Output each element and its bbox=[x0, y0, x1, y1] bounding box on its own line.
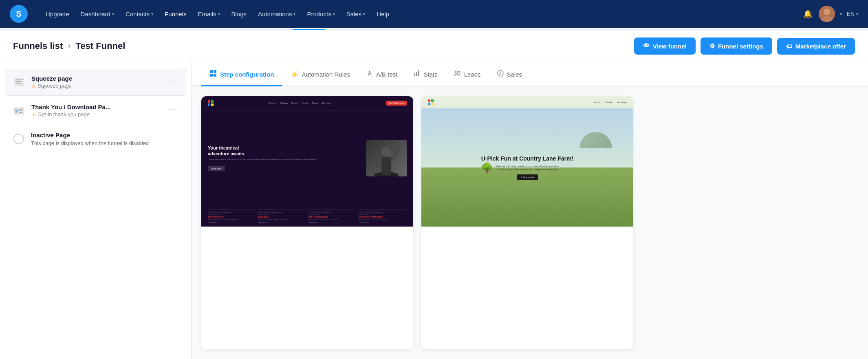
nav-item-help[interactable]: Help bbox=[372, 7, 394, 21]
svg-rect-4 bbox=[15, 79, 23, 80]
svg-point-19 bbox=[455, 71, 458, 73]
tab-sales[interactable]: $ Sales bbox=[489, 63, 531, 86]
breadcrumb-link-funnels[interactable]: Funnels list bbox=[13, 41, 63, 51]
tab-leads[interactable]: Leads bbox=[446, 63, 489, 86]
squeeze-page-menu-button[interactable]: ··· bbox=[167, 75, 179, 87]
page-header: Funnels list › Test Funnel 👁 View funnel… bbox=[0, 30, 868, 62]
svg-rect-14 bbox=[210, 74, 213, 77]
theater-show-3: Location: Berritz Main Auditorium Genre:… bbox=[308, 209, 357, 223]
warning-icon: ⚠ bbox=[31, 83, 36, 89]
farm-template-content: About Contact Activities bbox=[421, 96, 633, 227]
theater-hero: Your theatricaladventure awaits Leave th… bbox=[201, 110, 413, 206]
tab-step-configuration[interactable]: Step configuration bbox=[201, 62, 282, 86]
theater-desc: Leave the screens behind and connect wit… bbox=[208, 158, 361, 161]
view-funnel-button[interactable]: 👁 View funnel bbox=[634, 37, 696, 55]
nav-item-automations[interactable]: Automations ▾ bbox=[253, 7, 300, 21]
nav-underline-bar bbox=[0, 28, 868, 30]
nav-item-funnels[interactable]: Funnels bbox=[160, 7, 191, 21]
sidebar-item-inactive-page[interactable]: Inactive Page This page is displayed whe… bbox=[5, 126, 186, 152]
farm-cta-button[interactable]: Book your visit bbox=[517, 174, 538, 180]
squeeze-page-subtitle: ⚠ Squeeze page bbox=[31, 83, 167, 89]
nav-item-emails[interactable]: Emails ▾ bbox=[193, 7, 225, 21]
top-navigation: S Upgrade Dashboard ▾ Contacts ▾ Funnels… bbox=[0, 0, 868, 28]
farm-title: U-Pick Fun at Country Lane Farm! bbox=[481, 155, 573, 162]
squeeze-page-icon bbox=[12, 75, 26, 90]
step-config-icon bbox=[209, 70, 217, 79]
app-logo[interactable]: S bbox=[10, 5, 28, 23]
svg-line-26 bbox=[391, 151, 399, 160]
chevron-down-icon[interactable]: ▾ bbox=[840, 12, 842, 16]
svg-rect-10 bbox=[19, 110, 22, 111]
svg-rect-17 bbox=[416, 72, 417, 76]
sidebar-pages: Squeeze page ⚠ Squeeze page ··· bbox=[0, 62, 191, 359]
nav-item-blogs[interactable]: Blogs bbox=[227, 7, 252, 21]
thankyou-page-subtitle: ⚠ Opt-in thank you page bbox=[31, 111, 167, 117]
theater-logo bbox=[208, 100, 214, 106]
farm-logo bbox=[428, 99, 434, 105]
header-actions: 👁 View funnel ⚙ Funnel settings 🏷 Market… bbox=[634, 37, 855, 55]
sidebar-item-thankyou-page[interactable]: Thank You / Download Pa... ⚠ Opt-in than… bbox=[5, 97, 186, 124]
svg-rect-16 bbox=[414, 73, 415, 76]
squeeze-page-content: Squeeze page ⚠ Squeeze page bbox=[31, 75, 167, 89]
tab-stats[interactable]: Stats bbox=[405, 63, 445, 86]
notification-bell-icon[interactable]: 🔔 bbox=[802, 8, 814, 20]
tabs-bar: Step configuration ⚡ Automation Rules A/… bbox=[192, 62, 868, 86]
sales-icon: $ bbox=[497, 70, 504, 78]
theater-shows: Location: Berritz Main Auditorium Genre:… bbox=[201, 206, 413, 227]
svg-point-25 bbox=[381, 147, 391, 157]
chevron-down-icon: ▾ bbox=[333, 12, 335, 16]
nav-item-upgrade[interactable]: Upgrade bbox=[41, 7, 74, 21]
breadcrumb-current: Test Funnel bbox=[76, 41, 126, 51]
theater-text: Your theatricaladventure awaits Leave th… bbox=[208, 145, 361, 171]
svg-rect-12 bbox=[210, 70, 213, 73]
theater-template-card[interactable]: Demos Theater Shows Studio News All page… bbox=[201, 96, 413, 349]
language-selector[interactable]: EN ▾ bbox=[847, 11, 858, 17]
sidebar-item-squeeze-page[interactable]: Squeeze page ⚠ Squeeze page ··· bbox=[5, 69, 186, 96]
automation-icon: ⚡ bbox=[291, 70, 299, 78]
nav-item-dashboard[interactable]: Dashboard ▾ bbox=[76, 7, 119, 21]
svg-point-20 bbox=[458, 71, 460, 73]
theater-title: Your theatricaladventure awaits bbox=[208, 145, 361, 157]
marketplace-offer-button[interactable]: 🏷 Marketplace offer bbox=[777, 38, 855, 55]
left-panel: Squeeze page ⚠ Squeeze page ··· bbox=[0, 62, 192, 359]
tab-automation-rules[interactable]: ⚡ Automation Rules bbox=[282, 63, 358, 86]
theater-show-2: Location: Berritz Main Auditorium Genre:… bbox=[258, 209, 306, 223]
stats-icon bbox=[414, 70, 420, 78]
svg-rect-5 bbox=[15, 81, 21, 82]
nav-item-products[interactable]: Products ▾ bbox=[302, 7, 339, 21]
thankyou-page-content: Thank You / Download Pa... ⚠ Opt-in than… bbox=[31, 104, 167, 117]
marketplace-icon: 🏷 bbox=[786, 43, 792, 50]
chevron-down-icon: ▾ bbox=[112, 12, 114, 16]
farm-template-card[interactable]: About Contact Activities bbox=[421, 96, 633, 349]
theater-nav: Demos Theater Shows Studio News All page… bbox=[201, 96, 413, 110]
leads-icon bbox=[454, 70, 461, 78]
svg-rect-13 bbox=[214, 70, 216, 73]
theater-template-preview: Demos Theater Shows Studio News All page… bbox=[201, 96, 413, 227]
user-avatar[interactable] bbox=[819, 6, 835, 22]
theater-learn-more: Learn More bbox=[208, 166, 225, 171]
svg-rect-6 bbox=[15, 83, 22, 84]
nav-links: Upgrade Dashboard ▾ Contacts ▾ Funnels E… bbox=[41, 7, 802, 21]
svg-rect-15 bbox=[214, 74, 216, 77]
thankyou-page-menu-button[interactable]: ··· bbox=[167, 104, 179, 115]
funnel-settings-button[interactable]: ⚙ Funnel settings bbox=[701, 37, 772, 55]
theater-show-4: Location: Berritz Main Auditorium Genre:… bbox=[359, 209, 407, 223]
templates-area: Demos Theater Shows Studio News All page… bbox=[192, 86, 868, 359]
main-content: Squeeze page ⚠ Squeeze page ··· bbox=[0, 62, 868, 359]
inactive-page-title: Inactive Page bbox=[31, 132, 180, 139]
farm-nav-links: About Contact Activities bbox=[594, 101, 627, 104]
chevron-down-icon: ▾ bbox=[363, 12, 365, 16]
nav-item-contacts[interactable]: Contacts ▾ bbox=[121, 7, 158, 21]
circle-icon bbox=[13, 134, 24, 144]
farm-content: 🌳 U-Pick Fun at Country Lane Farm! Welco… bbox=[421, 108, 633, 227]
nav-right-section: 🔔 ▾ EN ▾ bbox=[802, 6, 858, 22]
nav-item-sales[interactable]: Sales ▾ bbox=[341, 7, 370, 21]
farm-tree-icon: 🌳 bbox=[481, 162, 493, 174]
theater-template-content: Demos Theater Shows Studio News All page… bbox=[201, 96, 413, 227]
thankyou-page-icon bbox=[12, 104, 26, 118]
ab-test-icon bbox=[366, 70, 373, 78]
squeeze-page-title: Squeeze page bbox=[31, 75, 167, 82]
tab-ab-test[interactable]: A/B test bbox=[358, 63, 406, 86]
svg-rect-24 bbox=[381, 157, 391, 175]
inactive-page-description: This page is displayed when the funnel i… bbox=[31, 140, 180, 146]
